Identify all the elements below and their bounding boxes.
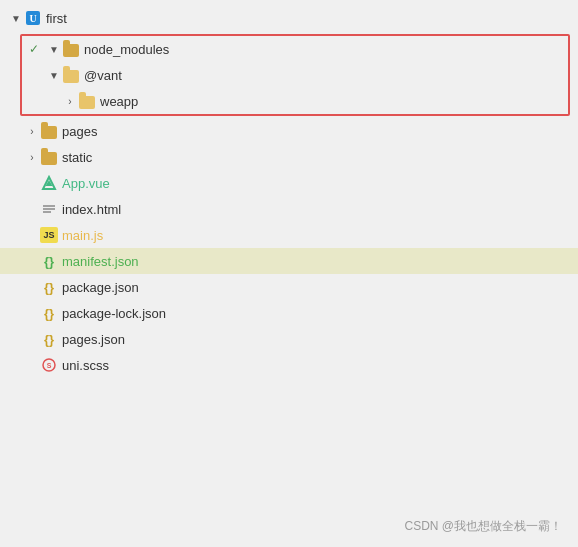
- node-modules-label: node_modules: [84, 42, 169, 57]
- weapp-folder-icon: [78, 92, 96, 110]
- root-label: first: [46, 11, 67, 26]
- node-modules-folder-icon: [62, 40, 80, 58]
- uni-scss-label: uni.scss: [62, 358, 109, 373]
- weapp-item[interactable]: › weapp: [22, 88, 568, 114]
- weapp-arrow: ›: [62, 93, 78, 109]
- vant-label: @vant: [84, 68, 122, 83]
- node-modules-item[interactable]: ✓ ▼ node_modules: [22, 36, 568, 62]
- pages-folder-icon: [40, 122, 58, 140]
- pages-json-item[interactable]: {} pages.json: [0, 326, 578, 352]
- package-json-icon: {}: [40, 278, 58, 296]
- weapp-label: weapp: [100, 94, 138, 109]
- static-folder-icon: [40, 148, 58, 166]
- index-html-item[interactable]: index.html: [0, 196, 578, 222]
- highlight-region: ✓ ▼ node_modules ▼ @vant › weapp: [20, 34, 570, 116]
- svg-text:S: S: [47, 362, 52, 369]
- package-json-item[interactable]: {} package.json: [0, 274, 578, 300]
- static-label: static: [62, 150, 92, 165]
- uni-scss-item[interactable]: S uni.scss: [0, 352, 578, 378]
- root-arrow-icon: ▼: [8, 10, 24, 26]
- html-file-icon: [40, 200, 58, 218]
- pages-json-icon: {}: [40, 330, 58, 348]
- manifest-json-item[interactable]: {} manifest.json: [0, 248, 578, 274]
- main-js-label: main.js: [62, 228, 103, 243]
- app-vue-item[interactable]: App.vue: [0, 170, 578, 196]
- svg-text:U: U: [29, 13, 36, 24]
- manifest-json-icon: {}: [40, 252, 58, 270]
- package-lock-json-icon: {}: [40, 304, 58, 322]
- watermark: CSDN @我也想做全栈一霸！: [404, 518, 562, 535]
- static-arrow: ›: [24, 149, 40, 165]
- main-js-item[interactable]: JS main.js: [0, 222, 578, 248]
- file-explorer: ▼ U first ✓ ▼ node_modules ▼: [0, 0, 578, 547]
- package-lock-json-item[interactable]: {} package-lock.json: [0, 300, 578, 326]
- package-json-label: package.json: [62, 280, 139, 295]
- vant-arrow: ▼: [46, 67, 62, 83]
- app-vue-label: App.vue: [62, 176, 110, 191]
- node-modules-arrow: ▼: [46, 41, 62, 57]
- manifest-json-label: manifest.json: [62, 254, 139, 269]
- vue-file-icon: [40, 174, 58, 192]
- pages-json-label: pages.json: [62, 332, 125, 347]
- pages-item[interactable]: › pages: [0, 118, 578, 144]
- pages-arrow: ›: [24, 123, 40, 139]
- root-folder-item[interactable]: ▼ U first: [0, 4, 578, 32]
- root-folder-icon: U: [24, 9, 42, 27]
- package-lock-json-label: package-lock.json: [62, 306, 166, 321]
- scss-file-icon: S: [40, 356, 58, 374]
- vant-folder-icon: [62, 66, 80, 84]
- pages-label: pages: [62, 124, 97, 139]
- static-item[interactable]: › static: [0, 144, 578, 170]
- index-html-label: index.html: [62, 202, 121, 217]
- check-icon: ✓: [26, 42, 42, 56]
- vant-item[interactable]: ▼ @vant: [22, 62, 568, 88]
- js-file-icon: JS: [40, 226, 58, 244]
